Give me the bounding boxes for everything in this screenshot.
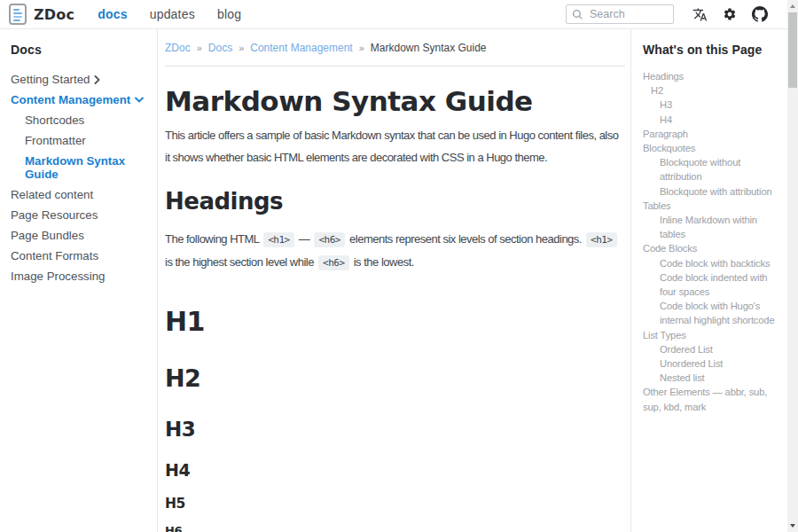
sidebar-item-page-resources[interactable]: Page Resources [11,205,152,225]
top-navbar: ZDoc docsupdatesblog [0,0,798,29]
toc-item-headings[interactable]: Headings [643,69,782,83]
inline-code: <h6> [318,255,349,270]
headings-section-title: Headings [165,188,625,215]
sidebar-item-shortcodes[interactable]: Shortcodes [11,110,152,130]
breadcrumb-separator: » [197,43,202,53]
breadcrumb: ZDoc»Docs»Content Management»Markdown Sy… [165,42,625,54]
breadcrumb-divider [165,66,625,66]
page-scrollbar[interactable] [787,0,798,532]
demo-heading-h5: H5 [165,497,625,512]
toc-item-unordered-list[interactable]: Unordered List [643,356,782,371]
demo-heading-h4: H4 [165,461,625,480]
breadcrumb-link-zdoc[interactable]: ZDoc [165,42,191,54]
toc-sidebar: What's on this Page HeadingsH2H3H4Paragr… [630,29,787,532]
search-box[interactable] [566,4,674,24]
toc-item-h2[interactable]: H2 [643,83,782,98]
demo-heading-h1: H1 [165,308,625,336]
sidebar-list: Getting StartedContent ManagementShortco… [11,69,152,286]
sidebar-item-content-formats[interactable]: Content Formats [11,246,152,266]
sidebar-item-label: Content Formats [11,249,98,262]
toc-item-code-block-with-backticks[interactable]: Code block with backticks [643,256,782,270]
translate-icon[interactable] [692,7,708,22]
nav-item-blog[interactable]: blog [217,7,241,21]
sidebar-item-label: Content Management [11,93,130,106]
docs-sidebar: Docs Getting StartedContent ManagementSh… [0,29,158,532]
sidebar-item-label: Frontmatter [25,134,86,147]
scrollbar-thumb[interactable] [788,12,797,88]
navbar-right [566,4,768,24]
chevron-down-icon [135,97,144,103]
sidebar-item-related-content[interactable]: Related content [11,184,152,205]
toc-item-paragraph[interactable]: Paragraph [643,127,782,141]
sidebar-item-content-management[interactable]: Content Management [11,90,152,110]
toc-item-blockquote-without-attribution[interactable]: Blockquote without attribution [643,155,782,184]
page-title: Markdown Syntax Guide [165,86,625,116]
chevron-right-icon [94,75,100,84]
inline-code: <h6> [314,232,345,247]
sidebar-item-page-bundles[interactable]: Page Bundles [11,225,152,246]
page-body: Docs Getting StartedContent ManagementSh… [0,29,798,532]
nav-links: docsupdatesblog [98,7,241,21]
toc-item-tables[interactable]: Tables [643,199,782,213]
demo-heading-h2: H2 [165,365,625,391]
zdoc-logo-icon [9,4,27,25]
breadcrumb-separator: » [239,43,244,53]
toc-title: What's on this Page [643,43,782,57]
toc-item-h4[interactable]: H4 [643,113,782,127]
toc-item-blockquote-with-attribution[interactable]: Blockquote with attribution [643,184,782,199]
brand-title[interactable]: ZDoc [34,6,74,23]
breadcrumb-current: Markdown Syntax Guide [371,42,487,54]
toc-item-code-blocks[interactable]: Code Blocks [643,241,782,255]
github-icon[interactable] [752,6,768,22]
sidebar-item-markdown-syntax-guide[interactable]: Markdown Syntax Guide [11,151,152,184]
toc-item-list-types[interactable]: List Types [643,328,782,342]
search-icon [572,9,583,20]
headings-paragraph: The following HTML <h1> — <h6> elements … [165,229,625,274]
search-input[interactable] [588,7,668,21]
intro-paragraph: This article offers a sample of basic Ma… [165,125,625,168]
sidebar-item-getting-started[interactable]: Getting Started [11,69,152,90]
sidebar-item-label: Related content [11,188,93,201]
inline-code: <h1> [263,232,294,247]
sidebar-item-frontmatter[interactable]: Frontmatter [11,130,152,151]
scrollbar-down-arrow[interactable] [790,524,795,528]
demo-headings: H1H2H3H4H5H6 [165,308,625,532]
sidebar-item-label: Image Processing [11,270,105,283]
sidebar-item-label: Page Bundles [11,229,84,242]
toc-item-inline-markdown-within-tables[interactable]: Inline Markdown within tables [643,213,782,241]
toc-item-h3[interactable]: H3 [643,98,782,112]
toc-item-code-block-indented-with-four-spaces[interactable]: Code block indented with four spaces [643,270,782,299]
toc-item-code-block-with-hugo-s-internal-highlight-shortcode[interactable]: Code block with Hugo's internal highligh… [643,299,782,327]
toc-item-other-elements-abbr-sub-sup-kbd-mark[interactable]: Other Elements — abbr, sub, sup, kbd, ma… [643,385,782,413]
sidebar-item-label: Markdown Syntax Guide [25,154,152,181]
demo-heading-h6: H6 [165,524,625,532]
sidebar-title: Docs [11,43,152,57]
sidebar-item-label: Page Resources [11,208,98,222]
scrollbar-up-arrow[interactable] [790,4,795,8]
main-content: ZDoc»Docs»Content Management»Markdown Sy… [158,29,630,532]
toc-item-nested-list[interactable]: Nested list [643,371,782,385]
sidebar-item-label: Getting Started [11,73,90,86]
demo-heading-h3: H3 [165,419,625,441]
breadcrumb-separator: » [359,43,364,53]
toc-item-blockquotes[interactable]: Blockquotes [643,141,782,155]
nav-item-docs[interactable]: docs [98,7,127,21]
nav-item-updates[interactable]: updates [150,7,195,21]
toc-item-ordered-list[interactable]: Ordered List [643,342,782,356]
settings-gear-icon[interactable] [723,7,737,21]
inline-code: <h1> [586,232,617,247]
sidebar-item-label: Shortcodes [25,113,84,127]
breadcrumb-link-content-management[interactable]: Content Management [250,42,352,54]
toc-list: HeadingsH2H3H4ParagraphBlockquotesBlockq… [643,69,782,414]
sidebar-item-image-processing[interactable]: Image Processing [11,266,152,286]
breadcrumb-link-docs[interactable]: Docs [208,42,232,54]
